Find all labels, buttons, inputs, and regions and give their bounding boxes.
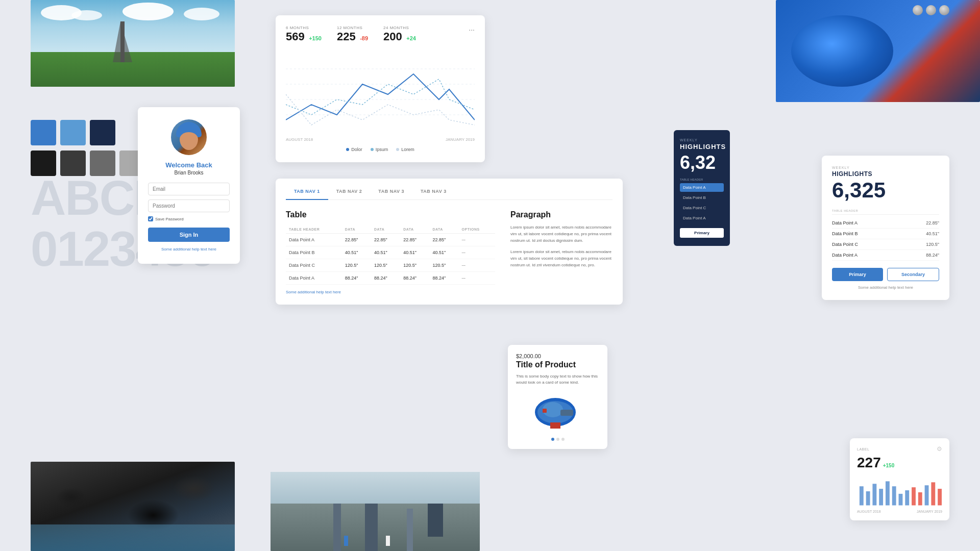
- save-password-checkbox[interactable]: [148, 216, 153, 221]
- chart-date-end: JANUARY 2019: [446, 137, 475, 142]
- msc-date-end: JANUARY 2019: [917, 510, 942, 513]
- row3-d1: 120.5": [342, 259, 371, 272]
- swatch-blue1: [31, 120, 56, 145]
- highlights-dark-row-2[interactable]: Data Point B: [680, 193, 724, 202]
- table-row: Data Point A 88.24" 88.24" 88.24" 88.24"…: [286, 272, 495, 285]
- welcome-name: Brian Brooks: [148, 170, 230, 176]
- highlights-dark-row-3[interactable]: Data Point C: [680, 204, 724, 212]
- hw-row-3: Data Point C 120.5": [832, 239, 939, 250]
- row2-options[interactable]: ···: [459, 246, 495, 259]
- hw-row3-value: 120.5": [926, 242, 939, 247]
- metric-value-1: 569: [286, 30, 305, 43]
- highlights-dark-table-header: TABLE HEADER: [680, 178, 724, 181]
- hw-row4-value: 88.24": [926, 253, 939, 258]
- svg-rect-12: [872, 484, 876, 505]
- password-field[interactable]: [148, 199, 230, 212]
- hw-row-4: Data Point A 88.24": [832, 250, 939, 261]
- svg-rect-7: [550, 422, 560, 429]
- col-header-2: DATA: [342, 226, 371, 234]
- svg-rect-10: [860, 486, 864, 505]
- svg-rect-8: [560, 410, 573, 416]
- legend-ipsum: Ipsum: [376, 147, 388, 152]
- hw-primary-button[interactable]: Primary: [832, 268, 883, 281]
- dot-1[interactable]: [551, 438, 554, 441]
- card-dots: [516, 438, 599, 441]
- tab-nav-4[interactable]: TAB NAV 3: [412, 189, 455, 199]
- col-header-4: DATA: [400, 226, 429, 234]
- highlights-dark-row-4[interactable]: Data Point A: [680, 214, 724, 222]
- tab-navigation: TAB NAV 1 TAB NAV 2 TAB NAV 3 TAB NAV 3: [286, 189, 612, 200]
- chart-area: [286, 54, 475, 135]
- highlights-dark-card: WEEKLY HIGHLIGHTS 6,32 TABLE HEADER Data…: [674, 130, 730, 246]
- avatar: [171, 119, 207, 155]
- dot-3[interactable]: [561, 438, 565, 441]
- login-card: Welcome Back Brian Brooks Save Password …: [138, 107, 240, 264]
- metric-period-3: 24 MONTHS: [383, 26, 416, 30]
- row4-d3: 88.24": [400, 272, 429, 285]
- rocks-image: [31, 462, 235, 551]
- tab-nav-3[interactable]: TAB NAV 3: [370, 189, 412, 199]
- hw-row1-value: 22.85": [926, 220, 939, 226]
- metric-delta-2: -89: [360, 35, 368, 41]
- highlights-dark-row-1[interactable]: Data Point A: [680, 183, 724, 192]
- row1-options[interactable]: ···: [459, 234, 495, 246]
- metric-delta-3: +24: [406, 35, 416, 41]
- chart-metrics: 6 MONTHS 569 +150 12 MONTHS 225 -89 24 M…: [286, 26, 416, 43]
- col-header-6: OPTIONS: [459, 226, 495, 234]
- hw-row-1: Data Point A 22.85": [832, 218, 939, 229]
- col-header-1: TABLE HEADER: [286, 226, 342, 234]
- msc-dates: AUGUST 2018 JANUARY 2019: [857, 510, 942, 513]
- hw-secondary-button[interactable]: Secondary: [887, 268, 939, 281]
- dot-2[interactable]: [556, 438, 559, 441]
- paragraph-text-1: Lorem ipsum dolor sit amet, rebum nobis …: [510, 224, 612, 244]
- metric-value-3: 200: [383, 30, 402, 43]
- metric-period-1: 6 MONTHS: [286, 26, 322, 30]
- product-image: [516, 392, 599, 433]
- svg-rect-9: [543, 409, 547, 413]
- hw-row3-label: Data Point C: [832, 242, 858, 247]
- msc-label: LABEL: [857, 447, 869, 451]
- row1-d2: 22.85": [371, 234, 400, 246]
- signin-button[interactable]: Sign In: [148, 228, 230, 242]
- chart-more-button[interactable]: ···: [469, 26, 475, 34]
- data-table: TABLE HEADER DATA DATA DATA DATA OPTIONS…: [286, 226, 495, 285]
- msc-value: 227: [857, 455, 881, 471]
- row3-label: Data Point C: [286, 259, 342, 272]
- svg-rect-19: [918, 492, 922, 506]
- metric-period-2: 12 MONTHS: [337, 26, 368, 30]
- chart-card: 6 MONTHS 569 +150 12 MONTHS 225 -89 24 M…: [276, 15, 485, 162]
- product-card: $2,000.00 Title of Product This is some …: [508, 345, 607, 449]
- industrial-image: [271, 472, 480, 551]
- highlights-white-number: 6,325: [832, 180, 939, 201]
- highlights-white-table-header: TABLE HEADER: [832, 209, 939, 215]
- row1-label: Data Point A: [286, 234, 342, 246]
- mini-bar-chart: [857, 476, 942, 507]
- row3-options[interactable]: ···: [459, 259, 495, 272]
- row2-d2: 40.51": [371, 246, 400, 259]
- row4-label: Data Point A: [286, 272, 342, 285]
- svg-rect-13: [879, 489, 883, 505]
- highlights-white-card: WEEKLY HIGHLIGHTS 6,325 TABLE HEADER Dat…: [822, 156, 949, 300]
- save-password-label: Save Password: [155, 217, 184, 221]
- svg-rect-11: [866, 491, 870, 506]
- metric-value-2: 225: [337, 30, 356, 43]
- highlights-dark-primary-button[interactable]: Primary: [680, 228, 724, 238]
- highlights-dark-label: WEEKLY: [680, 138, 724, 142]
- chart-legend: Dolor Ipsum Lorem: [286, 147, 475, 152]
- tab-nav-1[interactable]: TAB NAV 1: [286, 189, 328, 200]
- tab-nav-2[interactable]: TAB NAV 2: [328, 189, 371, 199]
- login-help-text: Some additional help text here: [148, 247, 230, 252]
- product-price: $2,000.00: [516, 353, 599, 359]
- gear-icon[interactable]: ⚙: [937, 445, 942, 453]
- row2-d1: 40.51": [342, 246, 371, 259]
- row1-d1: 22.85": [342, 234, 371, 246]
- table-title: Table: [286, 210, 495, 219]
- col-header-3: DATA: [371, 226, 400, 234]
- row4-options[interactable]: ···: [459, 272, 495, 285]
- hw-row2-label: Data Point B: [832, 231, 858, 236]
- swatch-blue2: [60, 120, 86, 145]
- email-field[interactable]: [148, 183, 230, 195]
- table-row: Data Point B 40.51" 40.51" 40.51" 40.51"…: [286, 246, 495, 259]
- col-header-5: DATA: [429, 226, 458, 234]
- table-help-text: Some additional help text here: [286, 290, 495, 294]
